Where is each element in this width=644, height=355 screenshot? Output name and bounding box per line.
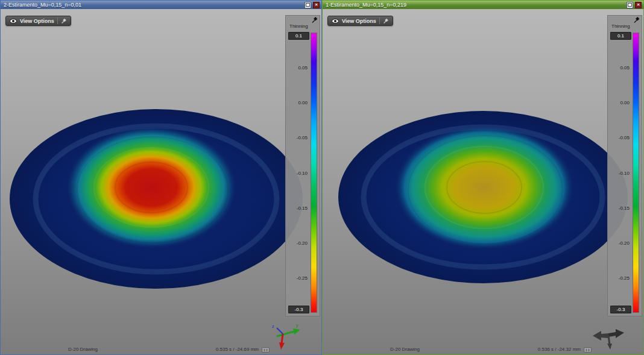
eye-icon (10, 19, 17, 24)
pin-icon (383, 18, 389, 24)
close-icon[interactable]: × (635, 2, 642, 8)
legend-scale: 0.1 0.05 0.00 -0.05 -0.10 -0.15 -0.20 -0… (608, 33, 642, 313)
legend-tick: -0.10 (297, 170, 308, 175)
legend-tick: 0.05 (298, 65, 308, 71)
legend-title: Thinning (611, 24, 630, 29)
titlebar[interactable]: 1-Estiramento_Mu=0,15_n=0,219 × (323, 1, 643, 9)
status-model-label: D-20 Drawing (390, 347, 420, 352)
3d-viewport[interactable]: View Options Thinning 0.1 0.05 0.00 (1, 9, 321, 354)
view-options-button[interactable]: View Options (327, 16, 393, 26)
app-window: 2-Estiramento_Mu=0,15_n=0,01 × (0, 0, 644, 355)
titlebar[interactable]: 2-Estiramento_Mu=0,15_n=0,01 × (1, 1, 321, 9)
timeline-icon[interactable] (262, 347, 270, 353)
window-title: 2-Estiramento_Mu=0,15_n=0,01 (4, 2, 305, 8)
status-time-readout: 0.535 s / -24.69 mm (216, 347, 259, 352)
status-bar: D-20 Drawing 0.536 s / -24.32 mm (323, 345, 643, 354)
legend-tick: -0.05 (619, 135, 630, 140)
legend-tick: -0.15 (297, 205, 308, 210)
legend-max-value[interactable]: 0.1 (288, 32, 309, 40)
legend-tick: -0.20 (619, 240, 630, 245)
view-options-button[interactable]: View Options (5, 16, 71, 26)
viewport-window-2: 1-Estiramento_Mu=0,15_n=0,219 × (322, 0, 644, 355)
viewport-window-1: 2-Estiramento_Mu=0,15_n=0,01 × (0, 0, 322, 355)
view-options-label: View Options (20, 18, 54, 24)
legend-max-value[interactable]: 0.1 (610, 32, 631, 40)
legend-tick: -0.05 (297, 135, 308, 140)
simulation-scene-disc[interactable] (323, 9, 644, 355)
legend-tick: -0.25 (619, 275, 630, 280)
status-bar: D-20 Drawing 0.535 s / -24.69 mm (1, 345, 321, 354)
legend-tick: -0.20 (297, 240, 308, 245)
divider (57, 17, 58, 24)
timeline-icon[interactable] (584, 347, 592, 353)
thinning-legend: Thinning 0.1 0.05 0.00 -0.05 -0.10 -0.15… (285, 15, 320, 316)
svg-text:z: z (272, 324, 274, 328)
colorbar (633, 33, 639, 313)
legend-tick: 0.00 (620, 100, 630, 105)
restore-icon[interactable] (305, 2, 311, 8)
pin-icon (61, 18, 67, 24)
window-title: 1-Estiramento_Mu=0,15_n=0,219 (326, 2, 627, 8)
legend-title: Thinning (289, 24, 308, 29)
legend-tick: 0.00 (298, 100, 308, 105)
legend-tick: -0.15 (619, 205, 630, 210)
window-controls: × (305, 2, 320, 8)
pin-icon[interactable] (311, 16, 318, 24)
status-model-label: D-20 Drawing (68, 347, 98, 352)
divider (379, 17, 380, 24)
close-icon[interactable]: × (313, 2, 320, 8)
view-options-label: View Options (342, 18, 376, 24)
status-time-readout: 0.536 s / -24.32 mm (538, 347, 581, 352)
colorbar (311, 33, 317, 313)
simulation-scene-disc[interactable] (1, 9, 322, 355)
legend-tick: 0.05 (620, 65, 630, 71)
restore-icon[interactable] (627, 2, 633, 8)
pin-icon[interactable] (633, 16, 640, 24)
legend-min-value[interactable]: -0.3 (288, 306, 309, 313)
svg-text:y: y (296, 323, 298, 328)
3d-viewport[interactable]: View Options Thinning 0.1 0.05 0.00 (323, 9, 643, 354)
legend-tick: -0.10 (619, 170, 630, 175)
thinning-legend: Thinning 0.1 0.05 0.00 -0.05 -0.10 -0.15… (607, 15, 642, 316)
legend-min-value[interactable]: -0.3 (610, 306, 631, 313)
window-controls: × (627, 2, 642, 8)
eye-icon (332, 19, 339, 24)
legend-tick: -0.25 (297, 275, 308, 280)
legend-scale: 0.1 0.05 0.00 -0.05 -0.10 -0.15 -0.20 -0… (286, 33, 320, 313)
